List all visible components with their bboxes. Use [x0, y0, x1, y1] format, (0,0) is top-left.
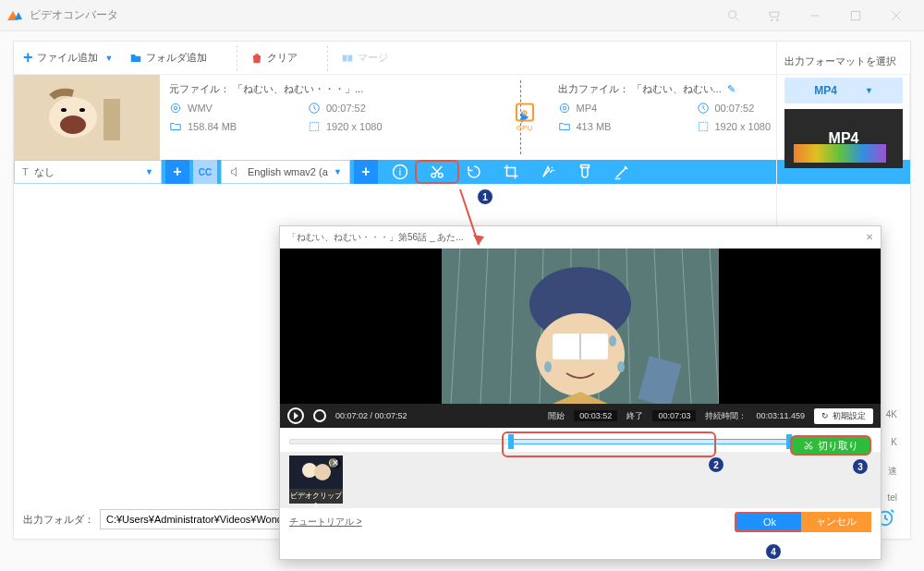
video-preview[interactable] [280, 249, 881, 404]
cancel-button[interactable]: ャンセル [801, 512, 871, 532]
format-card[interactable]: MP4 [784, 109, 903, 168]
cart-icon[interactable] [754, 0, 795, 31]
ok-button[interactable]: Ok [735, 512, 805, 532]
start-label: 開始 [548, 410, 565, 422]
scissors-icon [803, 440, 814, 451]
reso-fast-tag: 速 [888, 465, 897, 478]
callout-3: 3 [852, 458, 869, 475]
source-column: 元ファイル： 「ねむい、ねむい・・・」... WMV 00:07:52 158.… [160, 75, 521, 160]
cc-button[interactable]: CC [193, 160, 217, 184]
svg-line-28 [435, 166, 443, 174]
start-time[interactable]: 00:03:52 [574, 410, 617, 421]
video-thumbnail[interactable] [14, 75, 160, 160]
svg-point-13 [61, 108, 67, 112]
subtitle-select[interactable]: Tなし▼ [14, 160, 162, 184]
clip-tray: ✕ ビデオクリップ 1 00:01:19 [280, 452, 881, 507]
end-label: 終了 [626, 410, 643, 422]
source-label: 元ファイル： [169, 83, 230, 94]
dialog-footer: チュートリアル > Ok ャンセル [280, 507, 881, 535]
search-icon[interactable] [713, 0, 754, 31]
add-folder-button[interactable]: フォルダ追加 [129, 51, 207, 65]
remove-clip-icon[interactable]: ✕ [330, 457, 341, 468]
merge-button[interactable]: マージ [341, 51, 388, 65]
svg-point-52 [617, 361, 625, 372]
output-folder-label: 出力フォルダ： [23, 513, 94, 527]
rotate-button[interactable] [456, 164, 492, 180]
svg-point-51 [609, 335, 616, 346]
play-time: 00:07:02 / 00:07:52 [335, 411, 407, 420]
reso-intel-tag: tel [887, 492, 897, 503]
folder-icon [169, 120, 182, 133]
callout-1: 1 [477, 188, 493, 205]
clear-label: クリア [267, 51, 298, 65]
svg-point-60 [314, 464, 331, 480]
enhance-button[interactable] [603, 164, 640, 180]
plus-icon: + [23, 48, 33, 67]
merge-label: マージ [358, 51, 388, 65]
output-filename: 「ねむい、ねむい... [632, 83, 722, 94]
cut-button[interactable] [419, 164, 456, 180]
svg-point-14 [79, 108, 85, 112]
resolution-icon [308, 120, 321, 133]
playback-controls: 00:07:02 / 00:07:52 開始 00:03:52 終了 00:07… [280, 404, 881, 428]
source-filename: 「ねむい、ねむい・・・」... [233, 83, 363, 94]
svg-point-31 [553, 170, 555, 172]
svg-point-20 [560, 103, 568, 112]
crop-button[interactable] [492, 164, 529, 180]
clip-item[interactable]: ✕ ビデオクリップ 1 00:01:19 [289, 456, 343, 504]
add-file-button[interactable]: + ファイル追加 ▼ [23, 48, 113, 67]
end-time[interactable]: 00:07:03 [652, 410, 696, 421]
source-duration: 00:07:52 [326, 103, 366, 114]
dialog-titlebar: 「ねむい、ねむい・・・」第56話 _ あた... ✕ [280, 226, 881, 249]
apply-cut-button[interactable]: 切り取り [790, 435, 871, 456]
svg-point-17 [174, 106, 177, 110]
callout-4: 4 [765, 543, 782, 560]
effects-button[interactable] [529, 164, 566, 180]
source-format: WMV [188, 103, 213, 114]
svg-rect-9 [348, 55, 353, 61]
svg-rect-5 [851, 11, 859, 19]
window-titlebar: ビデオコンバータ [0, 0, 924, 31]
audio-value: English wmav2 (a [248, 166, 328, 177]
minimize-button[interactable] [795, 0, 835, 31]
chevron-down-icon: ▼ [105, 54, 114, 63]
svg-line-29 [432, 166, 440, 174]
audio-select[interactable]: English wmav2 (a▼ [221, 160, 350, 184]
reso-k-tag: K [891, 437, 897, 447]
dialog-title: 「ねむい、ねむい・・・」第56話 _ あた... [287, 231, 464, 244]
play-button[interactable] [287, 407, 304, 424]
svg-point-26 [432, 174, 436, 178]
reset-button[interactable]: ↻初期設定 [814, 408, 873, 424]
clear-button[interactable]: クリア [250, 51, 298, 65]
format-card-label: MP4 [829, 130, 859, 147]
svg-point-30 [552, 167, 553, 169]
duration-time: 00:03:11.459 [756, 411, 805, 420]
trash-icon [250, 52, 263, 65]
info-button[interactable]: i [382, 164, 419, 180]
svg-rect-19 [310, 122, 318, 130]
add-audio-button[interactable]: + [354, 160, 378, 184]
source-resolution: 1920 x 1080 [326, 121, 383, 132]
output-size: 413 MB [577, 121, 612, 132]
output-duration: 00:07:52 [715, 103, 755, 114]
output-format: MP4 [577, 103, 598, 114]
subtitle-value: なし [34, 165, 55, 179]
stop-button[interactable] [313, 409, 326, 422]
svg-point-27 [439, 174, 444, 178]
add-subtitle-button[interactable]: + [165, 160, 189, 184]
svg-rect-23 [699, 122, 707, 130]
watermark-button[interactable] [566, 164, 603, 180]
svg-rect-8 [343, 55, 347, 61]
maximize-button[interactable] [835, 0, 876, 31]
svg-point-50 [544, 361, 552, 372]
dialog-close-icon[interactable]: ✕ [866, 232, 873, 242]
format-dropdown[interactable]: MP4▼ [784, 78, 903, 103]
edit-pencil-icon[interactable]: ✎ [727, 83, 736, 94]
cut-dialog: 「ねむい、ねむい・・・」第56話 _ あた... ✕ 00:07:02 / 00… [279, 225, 881, 560]
source-size: 158.84 MB [188, 121, 237, 132]
folder-icon [129, 52, 142, 65]
clip-name: ビデオクリップ 1 [289, 491, 343, 509]
toolbar-separator [327, 45, 328, 71]
format-value: MP4 [814, 84, 837, 97]
close-button[interactable] [876, 0, 917, 31]
